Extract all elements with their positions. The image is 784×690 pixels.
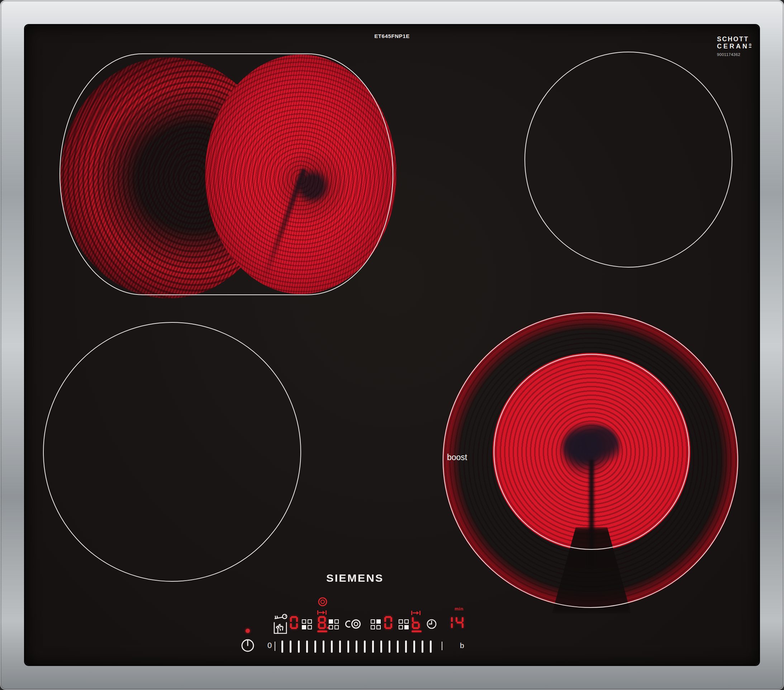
slider-tick[interactable] <box>422 640 423 653</box>
front-right-element-shadow <box>589 459 594 567</box>
glass-code: 9001174362 <box>717 53 751 57</box>
zone-square <box>334 625 339 629</box>
boost-label: boost <box>447 452 467 462</box>
slider-tick[interactable] <box>323 640 324 653</box>
zone-square <box>404 619 408 624</box>
zone-square-filled <box>404 625 408 629</box>
zone-extend-icon-2[interactable] <box>411 610 421 616</box>
slider-tick[interactable] <box>380 640 382 653</box>
zone-indicator-1 <box>302 619 312 629</box>
slider-tick[interactable] <box>331 640 333 653</box>
glass-surface: ET645FNP1E SCHOTT CERAN® 9001174362 SIEM… <box>25 25 759 665</box>
zone-square <box>308 619 312 624</box>
slider-tick[interactable] <box>389 640 390 653</box>
brand-logo: SIEMENS <box>326 572 384 584</box>
zone-extend-icon-1[interactable] <box>317 610 327 616</box>
zone-selected-underline-2 <box>412 631 422 632</box>
slider-tick[interactable] <box>306 640 308 653</box>
zone-square <box>308 625 312 629</box>
zone-square <box>371 619 375 624</box>
zone-square <box>334 619 339 624</box>
slider-tick[interactable] <box>413 640 415 653</box>
power-on-indicator-dot <box>245 629 250 633</box>
slider-tick[interactable] <box>315 640 316 653</box>
slider-tick[interactable] <box>282 640 283 653</box>
touch-hand-icon <box>277 624 283 633</box>
timer-unit-label: min <box>455 606 463 611</box>
slider-tick[interactable] <box>356 640 357 653</box>
zone-square-filled <box>302 625 306 629</box>
schott-logo-line1: SCHOTT <box>717 36 751 42</box>
slider-boost-label: b <box>460 641 464 650</box>
zone-square <box>329 625 333 629</box>
model-number: ET645FNP1E <box>25 33 759 39</box>
zone-square <box>371 625 375 629</box>
slider-end-tick <box>441 642 442 650</box>
slider-tick[interactable] <box>298 640 300 653</box>
slider-start-tick <box>275 642 275 651</box>
power-slider[interactable]: 0 b <box>264 638 475 655</box>
zone-square <box>376 625 381 629</box>
zone-indicator-2 <box>329 619 339 629</box>
zone-square <box>302 619 306 624</box>
slider-tick[interactable] <box>430 640 432 653</box>
slider-tick[interactable] <box>290 640 292 653</box>
zone-square <box>399 625 403 629</box>
slider-tick[interactable] <box>405 640 407 653</box>
timer-display <box>445 616 466 629</box>
schott-ceran-logo: SCHOTT CERAN® 9001174362 <box>717 36 751 57</box>
slider-tick[interactable] <box>397 640 399 653</box>
zone-square-filled <box>376 619 381 624</box>
slider-tick[interactable] <box>364 640 366 653</box>
front-left-zone-outline <box>43 322 301 581</box>
zone-indicator-4 <box>399 619 408 629</box>
slider-ticks[interactable] <box>282 640 432 653</box>
back-right-zone-outline <box>525 52 732 267</box>
slider-tick[interactable] <box>348 640 349 653</box>
zone-square-filled <box>329 619 333 624</box>
cooktop-frame: ET645FNP1E SCHOTT CERAN® 9001174362 SIEM… <box>0 0 784 690</box>
zone-selected-underline-1 <box>317 631 327 632</box>
dual-zone-indicator-icon <box>318 597 328 607</box>
slider-tick[interactable] <box>339 640 341 653</box>
zone-indicator-3 <box>371 619 381 629</box>
slider-zero-label: 0 <box>267 641 272 650</box>
zone-display-1 <box>290 616 300 629</box>
slider-tick[interactable] <box>372 640 374 653</box>
zone-display-3 <box>384 616 395 629</box>
child-lock-key-icon[interactable] <box>272 613 288 635</box>
power-button[interactable] <box>240 638 255 653</box>
timer-clock-icon[interactable] <box>426 619 437 629</box>
registered-mark: ® <box>749 43 751 48</box>
schott-logo-line2: CERAN® <box>717 43 751 50</box>
pan-zone-icon <box>345 619 361 629</box>
zone-display-4 <box>412 616 422 629</box>
zone-square <box>399 619 403 624</box>
